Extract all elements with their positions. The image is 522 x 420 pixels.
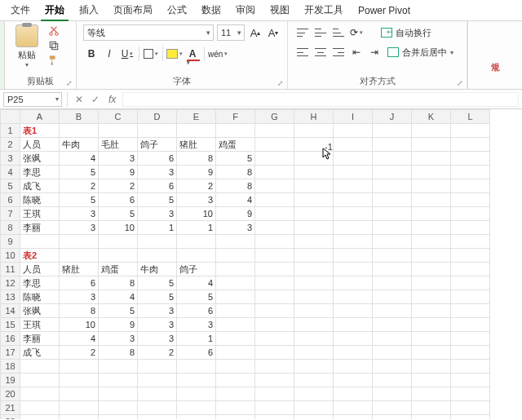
cell-B4[interactable]: 5: [60, 166, 99, 179]
italic-button[interactable]: I: [101, 46, 117, 62]
row-header-15[interactable]: 15: [1, 318, 20, 332]
col-header-C[interactable]: C: [99, 110, 138, 124]
row-header-8[interactable]: 8: [1, 221, 20, 235]
cell-I6[interactable]: [334, 193, 373, 207]
decrease-indent-button[interactable]: ⇤: [348, 44, 365, 60]
cell-K14[interactable]: [412, 304, 451, 318]
cell-G9[interactable]: [255, 235, 294, 249]
cell-B5[interactable]: 2: [60, 179, 99, 193]
cell-J14[interactable]: [373, 304, 412, 318]
cell-A8[interactable]: 李丽: [20, 221, 60, 235]
cell-F5[interactable]: 8: [216, 179, 255, 193]
col-header-K[interactable]: K: [412, 110, 451, 124]
cell-I4[interactable]: [334, 166, 373, 179]
cell-E3[interactable]: 8: [177, 152, 216, 166]
cell-H3[interactable]: [294, 152, 334, 166]
cell-I22[interactable]: [334, 415, 373, 420]
cell-A1[interactable]: 表1: [20, 124, 60, 138]
row-header-7[interactable]: 7: [1, 207, 20, 221]
cell-I19[interactable]: [334, 374, 373, 387]
cell-F20[interactable]: [216, 387, 255, 401]
cell-B10[interactable]: [60, 249, 99, 263]
cell-C13[interactable]: 4: [99, 290, 138, 304]
menu-dev[interactable]: 开发工具: [297, 0, 351, 20]
row-header-22[interactable]: 22: [1, 415, 20, 420]
cell-A19[interactable]: [20, 374, 60, 387]
cell-J16[interactable]: [373, 332, 412, 346]
cell-D6[interactable]: 5: [138, 193, 177, 207]
select-all-corner[interactable]: [1, 110, 20, 124]
row-header-6[interactable]: 6: [1, 193, 20, 207]
cell-G11[interactable]: [255, 263, 294, 276]
cell-K4[interactable]: [412, 166, 451, 179]
cell-F16[interactable]: [216, 332, 255, 346]
cell-H12[interactable]: [294, 276, 334, 290]
cell-F4[interactable]: 8: [216, 166, 255, 179]
copy-button[interactable]: [46, 39, 62, 52]
cell-D17[interactable]: 2: [138, 346, 177, 360]
cell-K22[interactable]: [412, 415, 451, 420]
cell-I20[interactable]: [334, 387, 373, 401]
cell-I7[interactable]: [334, 207, 373, 221]
cell-B2[interactable]: 牛肉: [60, 138, 99, 152]
orientation-button[interactable]: ⟳: [348, 24, 365, 41]
increase-font-button[interactable]: A▴: [248, 24, 263, 41]
cell-C17[interactable]: 8: [99, 346, 138, 360]
col-header-H[interactable]: H: [294, 110, 334, 124]
cell-H10[interactable]: [294, 249, 334, 263]
merge-center-button[interactable]: 合并后居中▾: [384, 45, 457, 60]
cell-B15[interactable]: 10: [60, 318, 99, 332]
cell-E9[interactable]: [177, 235, 216, 249]
cell-C1[interactable]: [99, 124, 138, 138]
underline-button[interactable]: U: [119, 46, 135, 62]
cell-J6[interactable]: [373, 193, 412, 207]
cell-I2[interactable]: [334, 138, 373, 152]
cell-L2[interactable]: [451, 138, 490, 152]
row-header-9[interactable]: 9: [1, 235, 20, 249]
cell-I3[interactable]: [334, 152, 373, 166]
cell-F18[interactable]: [216, 360, 255, 374]
cell-L10[interactable]: [451, 249, 490, 263]
cell-E16[interactable]: 1: [177, 332, 216, 346]
cell-C15[interactable]: 9: [99, 318, 138, 332]
cell-E21[interactable]: [177, 401, 216, 415]
cell-D14[interactable]: 3: [138, 304, 177, 318]
cell-E18[interactable]: [177, 360, 216, 374]
cell-I14[interactable]: [334, 304, 373, 318]
cell-G19[interactable]: [255, 374, 294, 387]
cell-C5[interactable]: 2: [99, 179, 138, 193]
cell-F6[interactable]: 4: [216, 193, 255, 207]
format-painter-button[interactable]: [46, 54, 62, 67]
cell-G6[interactable]: [255, 193, 294, 207]
cell-C6[interactable]: 6: [99, 193, 138, 207]
cell-C2[interactable]: 毛肚: [99, 138, 138, 152]
cell-K18[interactable]: [412, 360, 451, 374]
cell-G2[interactable]: [255, 138, 294, 152]
cell-B6[interactable]: 5: [60, 193, 99, 207]
cell-D2[interactable]: 鸽子: [138, 138, 177, 152]
cell-H1[interactable]: [294, 124, 334, 138]
cell-D19[interactable]: [138, 374, 177, 387]
cell-A5[interactable]: 成飞: [20, 179, 60, 193]
cell-B13[interactable]: 3: [60, 290, 99, 304]
cell-G20[interactable]: [255, 387, 294, 401]
cell-K9[interactable]: [412, 235, 451, 249]
cell-J20[interactable]: [373, 387, 412, 401]
cell-C21[interactable]: [99, 401, 138, 415]
align-right-button[interactable]: [330, 44, 347, 60]
cell-J5[interactable]: [373, 179, 412, 193]
cell-A7[interactable]: 王琪: [20, 207, 60, 221]
cell-J3[interactable]: [373, 152, 412, 166]
cell-L5[interactable]: [451, 179, 490, 193]
cell-H6[interactable]: [294, 193, 334, 207]
cell-F9[interactable]: [216, 235, 255, 249]
row-header-19[interactable]: 19: [1, 374, 20, 387]
cell-D15[interactable]: 3: [138, 318, 177, 332]
cell-C9[interactable]: [99, 235, 138, 249]
cell-F13[interactable]: [216, 290, 255, 304]
cell-I5[interactable]: [334, 179, 373, 193]
wrap-text-button[interactable]: 自动换行: [378, 25, 435, 41]
cell-D16[interactable]: 3: [138, 332, 177, 346]
cell-J7[interactable]: [373, 207, 412, 221]
cell-G7[interactable]: [255, 207, 294, 221]
